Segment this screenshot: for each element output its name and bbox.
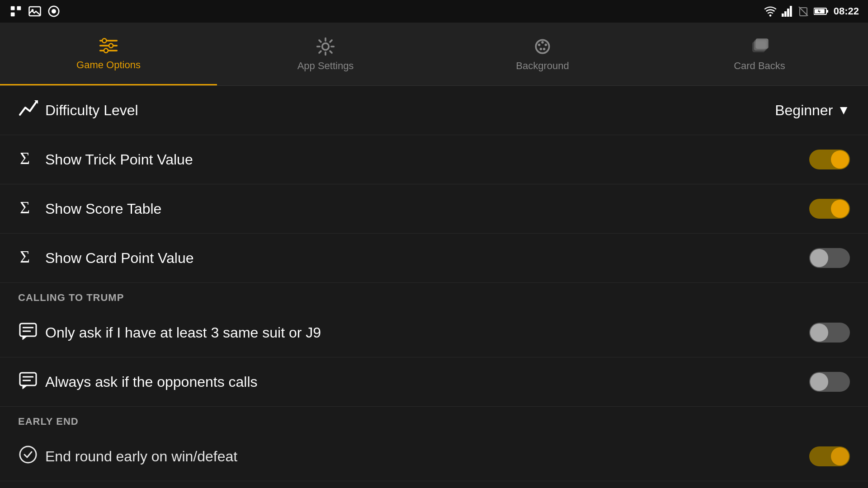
difficulty-dropdown[interactable]: Beginner ▼ xyxy=(775,102,850,119)
signal-icon xyxy=(781,6,793,17)
card-backs-icon xyxy=(750,37,769,56)
svg-point-26 xyxy=(541,41,544,44)
score-icon: Σ xyxy=(18,197,45,221)
always-ask-toggle-knob xyxy=(810,373,828,391)
show-card-point-value-row: Σ Show Card Point Value xyxy=(0,234,868,283)
score-toggle-knob xyxy=(831,200,849,218)
status-bar: 08:22 xyxy=(0,0,868,23)
svg-point-25 xyxy=(538,43,541,46)
svg-rect-2 xyxy=(17,6,21,10)
trick-label: Show Trick Point Value xyxy=(45,151,809,168)
early-end-header: EARLY END xyxy=(0,407,868,432)
svg-rect-8 xyxy=(782,14,784,17)
no-sim-icon xyxy=(797,6,809,17)
svg-text:Σ: Σ xyxy=(20,198,30,217)
background-icon xyxy=(533,37,552,56)
chat-icon-2 xyxy=(18,370,45,394)
tab-background[interactable]: Background xyxy=(434,23,651,85)
svg-rect-37 xyxy=(20,324,36,336)
difficulty-label: Difficulty Level xyxy=(45,102,775,119)
card-point-toggle[interactable] xyxy=(809,248,850,268)
svg-point-29 xyxy=(540,47,542,50)
svg-rect-10 xyxy=(787,9,789,17)
chat-icon-1 xyxy=(18,321,45,344)
svg-rect-32 xyxy=(756,39,768,48)
always-ask-label: Always ask if the opponents calls xyxy=(45,374,809,390)
end-round-toggle[interactable] xyxy=(809,446,850,466)
svg-point-43 xyxy=(20,446,36,463)
tab-card-backs-label: Card Backs xyxy=(734,60,785,72)
svg-rect-9 xyxy=(784,11,787,17)
only-ask-toggle-knob xyxy=(810,324,828,342)
end-round-toggle-knob xyxy=(831,447,849,465)
svg-point-27 xyxy=(545,43,547,46)
card-point-toggle-knob xyxy=(810,249,828,267)
android-icon xyxy=(9,5,23,18)
card-point-label: Show Card Point Value xyxy=(45,250,809,267)
tab-app-settings[interactable]: App Settings xyxy=(217,23,434,85)
svg-rect-11 xyxy=(790,6,792,17)
tab-game-options-label: Game Options xyxy=(76,59,141,71)
difficulty-icon xyxy=(18,99,45,122)
svg-rect-40 xyxy=(20,373,36,385)
only-ask-toggle[interactable] xyxy=(809,323,850,343)
svg-text:Σ: Σ xyxy=(20,247,30,266)
wifi-icon xyxy=(764,6,777,17)
svg-point-20 xyxy=(102,38,106,42)
score-label: Show Score Table xyxy=(45,201,809,217)
always-ask-row: Always ask if the opponents calls xyxy=(0,357,868,407)
svg-point-23 xyxy=(322,43,329,50)
score-toggle[interactable] xyxy=(809,199,850,219)
difficulty-value: Beginner xyxy=(775,102,833,119)
tab-card-backs[interactable]: Card Backs xyxy=(651,23,868,85)
svg-text:Σ: Σ xyxy=(20,149,30,168)
image-icon xyxy=(28,5,42,18)
only-ask-label: Only ask if I have at least 3 same suit … xyxy=(45,324,809,341)
time-display: 08:22 xyxy=(834,5,859,17)
tab-background-label: Background xyxy=(516,60,569,72)
content: Difficulty Level Beginner ▼ Σ Show Trick… xyxy=(0,86,868,481)
only-ask-row: Only ask if I have at least 3 same suit … xyxy=(0,308,868,357)
svg-point-21 xyxy=(109,43,113,47)
app-settings-icon xyxy=(316,37,335,56)
svg-rect-1 xyxy=(11,13,15,17)
trick-toggle-knob xyxy=(831,150,849,169)
svg-point-7 xyxy=(769,14,771,17)
trick-toggle[interactable] xyxy=(809,150,850,169)
top-nav: Game Options App Settings Background Car… xyxy=(0,23,868,86)
always-ask-toggle[interactable] xyxy=(809,372,850,392)
end-round-row: End round early on win/defeat xyxy=(0,432,868,481)
end-round-label: End round early on win/defeat xyxy=(45,448,809,465)
circle-icon xyxy=(47,5,61,18)
game-options-icon xyxy=(99,36,118,56)
tab-game-options[interactable]: Game Options xyxy=(0,23,217,85)
status-bar-right: 08:22 xyxy=(764,5,859,17)
svg-rect-0 xyxy=(11,6,15,10)
status-bar-left xyxy=(9,5,61,18)
difficulty-level-row: Difficulty Level Beginner ▼ xyxy=(0,86,868,135)
calling-to-trump-header: CALLING TO TRUMP xyxy=(0,283,868,308)
svg-rect-15 xyxy=(826,10,828,13)
svg-point-22 xyxy=(104,48,108,52)
svg-point-28 xyxy=(543,47,546,50)
dropdown-arrow-icon: ▼ xyxy=(837,103,850,117)
end-round-icon xyxy=(18,445,45,468)
battery-icon xyxy=(814,6,829,17)
show-score-table-row: Σ Show Score Table xyxy=(0,184,868,234)
card-point-icon: Σ xyxy=(18,246,45,270)
tab-app-settings-label: App Settings xyxy=(297,60,354,72)
trick-icon: Σ xyxy=(18,148,45,171)
svg-point-6 xyxy=(52,9,56,14)
show-trick-point-value-row: Σ Show Trick Point Value xyxy=(0,135,868,184)
